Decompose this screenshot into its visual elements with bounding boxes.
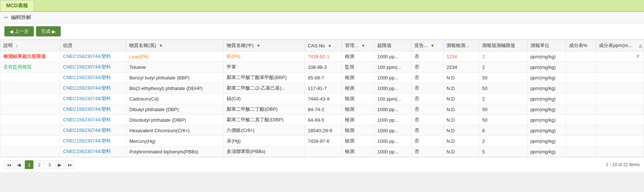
cell-test-unit: ppm(mg/kg) [527,136,566,146]
cell-desc: 含有監視物質 [0,62,60,73]
col-comp-ppm: 成分表ppm(m... ▲ [596,40,644,51]
cell-part[interactable]: CNEC156230744/塑料 [60,62,126,73]
page-1-button[interactable]: 1 [25,160,33,169]
cell-comp-ppm [596,94,644,104]
cell-name-en: Cadmium(Cd) [126,94,224,104]
page-prev-button[interactable]: ◀ [15,160,23,169]
done-button[interactable]: 完成 ▶ [36,26,61,36]
cell-test-val: N.D [444,136,479,146]
edit-icon: ✏ [4,15,9,20]
filter-icon-report[interactable]: ▼ [430,43,434,48]
cell-comp-pct [566,104,596,115]
cell-part[interactable]: CNEC156230744/塑料 [60,83,126,94]
page-info: 1 - 10 of 21 items [606,162,640,167]
cell-report: 否 [411,73,444,83]
cell-comp-ppm [596,62,644,73]
cell-report: 否 [411,115,444,125]
cell-desc [0,94,60,104]
cell-part[interactable]: CNEC156230744/塑料 [60,51,126,62]
cell-cas: 7439-92-1 [305,51,342,62]
cell-test-val: 2234 [444,62,479,73]
cell-test-limit: 2 [479,51,527,62]
scroll-down-icon: ▼ [635,53,641,60]
table-row: CNEC156230744/塑料Hexavalent Chromium(Cr6+… [0,125,644,136]
cell-part[interactable]: CNEC156230744/塑料 [60,104,126,115]
filter-icon-name-zh[interactable]: ▼ [257,43,261,48]
cell-report: 否 [411,125,444,136]
cell-part[interactable]: CNEC156230744/塑料 [60,73,126,83]
cell-report: 否 [411,83,444,94]
cell-limit: 1000 pp... [374,115,411,125]
cell-cas [305,146,342,157]
cell-test-unit: ppm(mg/kg) [527,146,566,157]
cell-comp-ppm [596,125,644,136]
done-label: 完成 [41,28,51,35]
col-manage: 管理... ▼ [342,40,374,51]
filter-icon-name-en[interactable]: ▼ [159,43,163,48]
cell-test-unit: ppm(mg/kg) [527,73,566,83]
cell-comp-pct [566,83,596,94]
cell-desc [0,83,60,94]
cell-comp-ppm [596,146,644,157]
page-controls: ⏮ ◀ 1 2 3 ▶ ⏭ [4,160,74,169]
cell-comp-ppm [596,136,644,146]
cell-comp-ppm [596,104,644,115]
cell-manage: 檢測 [342,146,374,157]
cell-limit: 1000 pp... [374,83,411,94]
cell-name-en: Mercury(Hg) [126,136,224,146]
cell-test-unit: ppm(mg/kg) [527,94,566,104]
cell-test-unit: ppm(mg/kg) [527,104,566,115]
back-button[interactable]: ◀ 上一步 [4,26,34,36]
page-last-button[interactable]: ⏭ [65,160,74,169]
toolbar-label: 編輯拆解 [11,14,31,21]
cell-test-limit: 50 [479,104,527,115]
cell-manage: 檢測 [342,104,374,115]
cell-name-zh[interactable]: 鉛(Pb) [224,51,305,62]
cell-desc: 檢測結果超出惩限值 [0,51,60,62]
cell-manage: 檢測 [342,115,374,125]
page-2-button[interactable]: 2 [35,160,44,169]
cell-manage: 檢測 [342,83,374,94]
cell-cas: 117-81-7 [305,83,342,94]
cell-report: 否 [411,146,444,157]
cell-part[interactable]: CNEC156230744/塑料 [60,94,126,104]
cell-name-en: Bis(2-ethylhexyl) phthalate (DEHP) [126,83,224,94]
col-part: 佐證 [60,40,126,51]
page-next-button[interactable]: ▶ [55,160,64,169]
cell-limit: 1000 pp... [374,125,411,136]
toolbar: ✏ 編輯拆解 [0,12,644,23]
cell-name-zh: 鄰苯二甲酸二丁酯(DBP) [224,104,305,115]
col-cas: CAS No ▼ [305,40,342,51]
cell-name-zh: 鄰苯二甲酸二異丁酯(DIBP) [224,115,305,125]
table-row: CNEC156230744/塑料Mercury(Hg)汞(Hg)7439-97-… [0,136,644,146]
mcd-tab[interactable]: MCD表格 [0,0,34,11]
cell-part[interactable]: CNEC156230744/塑料 [60,115,126,125]
table-row: CNEC156230744/塑料Cadmium(Cd)鎘(Cd)7440-43-… [0,94,644,104]
cell-manage: 檢測 [342,94,374,104]
cell-name-en: Hexavalent Chromium(Cr6+) [126,125,224,136]
cell-part[interactable]: CNEC156230744/塑料 [60,146,126,157]
cell-test-unit: ppm(mg/kg) [527,51,566,62]
cell-test-unit: ppm(mg/kg) [527,125,566,136]
col-test-limit: 測報值測極限值 [479,40,527,51]
cell-part[interactable]: CNEC156230744/塑料 [60,136,126,146]
cell-name-en: Diisobutyl phthalate (DIBP) [126,115,224,125]
cell-test-val: N.D [444,146,479,157]
cell-test-limit: 50 [479,115,527,125]
page-first-button[interactable]: ⏮ [4,160,13,169]
arrow-left-icon: ◀ [9,29,13,34]
filter-icon-cas[interactable]: ▼ [328,44,332,48]
page-3-button[interactable]: 3 [45,160,54,169]
cell-manage: 監視 [342,62,374,73]
cell-name-en[interactable]: Lead(Pb) [126,51,224,62]
cell-cas: 84-74-2 [305,104,342,115]
cell-test-limit: 50 [479,73,527,83]
pagination: ⏮ ◀ 1 2 3 ▶ ⏭ 1 - 10 of 21 items [0,157,644,172]
cell-test-limit: 2 [479,62,527,73]
filter-icon-manage[interactable]: ▼ [361,43,365,48]
tab-bar: MCD表格 [0,0,644,12]
cell-name-zh: 甲苯 [224,62,305,73]
cell-part[interactable]: CNEC156230744/塑料 [60,125,126,136]
cell-test-val: N.D [444,73,479,83]
cell-cas: 108-88-3 [305,62,342,73]
